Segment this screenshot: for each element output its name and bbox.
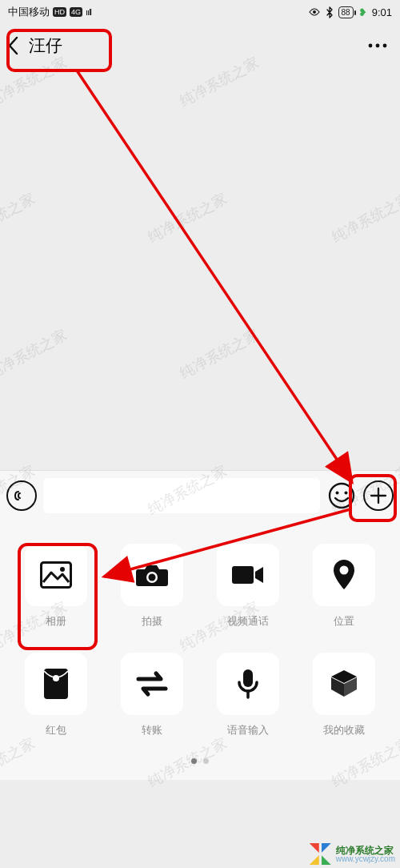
status-bar: 中国移动 HD 4G ııll 88 ❥ 9:01 [0,0,400,24]
page-dot [203,758,209,764]
svg-point-2 [376,44,380,48]
bluetooth-icon [326,6,334,18]
attachment-panel: 相册 拍摄 视频通话 [0,520,400,780]
voice-toggle-button[interactable] [6,480,37,511]
panel-item-label: 视频通话 [227,614,269,629]
plus-button[interactable] [363,480,394,511]
input-bar [0,470,400,520]
top-nav: 汪仔 [0,24,400,67]
svg-point-3 [383,44,387,48]
smile-icon [327,481,356,510]
panel-item-camera[interactable]: 拍摄 [104,544,200,629]
leaf-icon: ❥ [358,6,367,18]
panel-item-favorites[interactable]: 我的收藏 [296,653,392,737]
footer-logo-icon [310,843,331,865]
battery-icon: 88 [338,6,354,18]
message-input[interactable] [43,478,320,513]
album-icon [40,561,72,589]
page-title: 汪仔 [29,34,62,57]
panel-item-label: 我的收藏 [323,723,365,737]
carrier-label: 中国移动 [8,5,50,19]
svg-point-0 [313,10,316,14]
location-icon [332,559,356,591]
svg-point-12 [340,566,349,575]
svg-point-6 [345,491,348,494]
footer-text-2: www.ycwjzy.com [336,855,395,863]
signal-icon: ııll [86,7,91,17]
panel-item-redpack[interactable]: 红包 [8,653,104,737]
back-button[interactable] [3,30,24,61]
svg-rect-7 [42,563,71,588]
svg-point-5 [336,491,339,494]
svg-rect-15 [243,669,253,687]
panel-item-location[interactable]: 位置 [296,544,392,629]
svg-point-14 [53,675,59,681]
panel-item-album[interactable]: 相册 [8,544,104,629]
panel-item-label: 语音输入 [227,723,269,737]
plus-icon [370,487,387,504]
panel-item-transfer[interactable]: 转账 [104,653,200,737]
microphone-icon [236,668,260,700]
camera-icon [135,561,169,589]
sound-wave-icon [13,487,30,504]
transfer-icon [135,670,169,697]
cube-icon [328,668,360,700]
video-icon [231,564,265,586]
svg-point-10 [149,574,156,581]
svg-rect-11 [232,566,254,584]
panel-item-video[interactable]: 视频通话 [200,544,296,629]
svg-point-8 [60,567,65,572]
network-badge: 4G [70,7,82,17]
more-dots-icon [368,43,387,48]
panel-item-label: 位置 [334,614,354,629]
panel-item-label: 红包 [46,723,66,737]
panel-item-label: 拍摄 [142,614,162,629]
eye-comfort-icon [308,7,321,17]
footer-text-1: 纯净系统之家 [336,846,395,855]
more-button[interactable] [362,30,394,62]
page-indicator [8,737,392,772]
emoji-button[interactable] [326,480,357,511]
panel-item-label: 转账 [142,723,162,737]
hd-badge: HD [53,7,66,17]
panel-item-label: 相册 [46,614,66,629]
clock-label: 9:01 [372,6,392,18]
svg-point-1 [369,44,373,48]
redpacket-icon [43,668,69,700]
chevron-left-icon [6,35,21,56]
footer-watermark: 纯净系统之家 www.ycwjzy.com [310,843,395,865]
page-dot [191,758,197,764]
svg-point-4 [330,484,354,508]
panel-item-voice[interactable]: 语音输入 [200,653,296,737]
chat-area[interactable] [0,67,400,470]
